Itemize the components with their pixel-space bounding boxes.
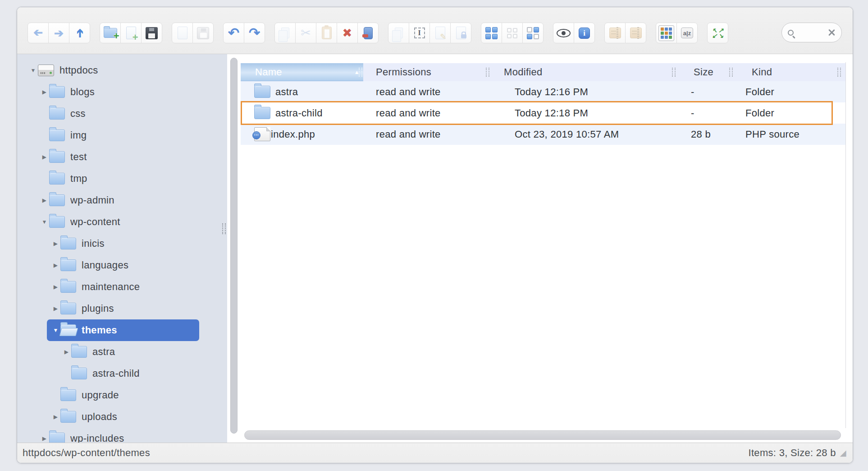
tree-item-blogs[interactable]: blogs — [17, 81, 227, 103]
caret-expanded-icon[interactable] — [51, 327, 60, 333]
caret-expanded-icon[interactable] — [28, 67, 38, 74]
caret-collapsed-icon[interactable] — [62, 349, 71, 355]
edit-button[interactable]: ✎ — [429, 23, 451, 43]
extract-archive-button[interactable] — [604, 23, 626, 43]
tree-item-inicis[interactable]: inicis — [17, 233, 227, 254]
tree-item-css[interactable]: css — [17, 103, 227, 125]
preview-button[interactable] — [553, 23, 574, 43]
column-header-size[interactable]: Size — [680, 63, 737, 81]
caret-collapsed-icon[interactable] — [51, 240, 60, 247]
tree-item-wp-includes[interactable]: wp-includes — [17, 428, 227, 443]
folder-icon — [49, 108, 65, 120]
caret-collapsed-icon[interactable] — [40, 435, 49, 442]
search-input[interactable] — [796, 28, 825, 38]
tree-item-httpdocs[interactable]: httpdocs — [17, 60, 227, 81]
copy-pages-icon — [281, 28, 289, 38]
status-bar: httpdocs/wp-content/themes Items: 3, Siz… — [17, 443, 853, 463]
tree-item-img[interactable]: img — [17, 125, 227, 146]
tree-item-themes[interactable]: themes — [47, 319, 199, 341]
file-row-index-php[interactable]: index.php read and write Oct 23, 2019 10… — [241, 124, 853, 145]
clear-icon[interactable] — [827, 28, 836, 37]
sidebar-scrollbar-track[interactable] — [227, 54, 241, 443]
permissions-button[interactable] — [450, 23, 471, 43]
info-icon: i — [579, 28, 590, 39]
folder-icon — [254, 107, 270, 119]
sidebar-scrollbar-thumb[interactable] — [230, 58, 238, 434]
paste-button[interactable] — [316, 23, 337, 43]
info-button[interactable]: i — [574, 23, 595, 43]
horizontal-scrollbar[interactable] — [244, 430, 841, 440]
upload-button[interactable] — [141, 23, 162, 43]
view-list-button[interactable] — [502, 23, 523, 43]
forward-button[interactable]: ➔ — [48, 23, 69, 43]
caret-expanded-icon[interactable] — [40, 219, 49, 225]
clipboard-icon — [322, 27, 332, 39]
folder-icon — [60, 259, 76, 271]
fullscreen-button[interactable]: ↖↗↙↘ — [707, 23, 728, 43]
column-resize-handle[interactable] — [837, 68, 841, 77]
folder-icon — [49, 151, 65, 163]
tree-item-astra-child[interactable]: astra-child — [17, 363, 227, 384]
tree-item-astra[interactable]: astra — [17, 341, 227, 363]
column-resize-handle[interactable] — [486, 68, 489, 77]
thumbnails-view-button[interactable] — [656, 23, 677, 43]
caret-collapsed-icon[interactable] — [51, 284, 60, 290]
tree-item-plugins[interactable]: plugins — [17, 298, 227, 319]
back-arrow-icon: ➔ — [33, 28, 43, 39]
file-row-astra[interactable]: astra read and write Today 12:16 PM - Fo… — [241, 81, 853, 102]
create-archive-button[interactable] — [625, 23, 646, 43]
toolbar: ➔ ➔ ➔ ↶ ↷ ✂ ✖ I ✎ — [17, 7, 853, 54]
duplicate-button[interactable] — [388, 23, 409, 43]
caret-collapsed-icon[interactable] — [40, 154, 49, 160]
column-resize-handle[interactable] — [359, 68, 362, 77]
tree-item-test[interactable]: test — [17, 146, 227, 168]
create-group — [100, 23, 162, 43]
back-button[interactable]: ➔ — [27, 23, 49, 43]
tree-item-wp-admin[interactable]: wp-admin — [17, 189, 227, 211]
folder-icon — [71, 368, 87, 379]
up-button[interactable]: ➔ — [69, 23, 90, 43]
new-folder-button[interactable] — [100, 23, 121, 43]
preview-info-group: i — [553, 23, 595, 43]
save-button[interactable] — [192, 23, 214, 43]
column-resize-handle[interactable] — [729, 68, 733, 77]
column-header-kind[interactable]: Kind — [737, 63, 845, 81]
column-header-modified[interactable]: Modified — [494, 63, 680, 81]
up-arrow-icon: ➔ — [74, 28, 85, 38]
cut-button[interactable]: ✂ — [295, 23, 316, 43]
copy-button[interactable] — [274, 23, 296, 43]
caret-collapsed-icon[interactable] — [40, 89, 49, 95]
rename-ibeam-icon: I — [414, 28, 425, 38]
tree-item-languages[interactable]: languages — [17, 254, 227, 276]
open-button[interactable] — [172, 23, 193, 43]
tree-item-tmp[interactable]: tmp — [17, 168, 227, 189]
rename-button[interactable]: I — [409, 23, 430, 43]
tree-item-maintenance[interactable]: maintenance — [17, 276, 227, 298]
column-resize-handle[interactable] — [672, 68, 676, 77]
new-file-button[interactable] — [120, 23, 142, 43]
tree-item-upgrade[interactable]: upgrade — [17, 384, 227, 406]
caret-collapsed-icon[interactable] — [51, 262, 60, 268]
column-header-name[interactable]: Name — [241, 63, 363, 81]
tree-item-wp-content[interactable]: wp-content — [17, 211, 227, 233]
column-header-permissions[interactable]: Permissions — [363, 63, 494, 81]
file-row-astra-child[interactable]: astra-child read and write Today 12:18 P… — [241, 102, 853, 124]
resize-grip-icon[interactable] — [840, 448, 846, 458]
caret-collapsed-icon[interactable] — [51, 414, 60, 420]
sidebar-resize-grip[interactable] — [222, 223, 226, 234]
tree-item-uploads[interactable]: uploads — [17, 406, 227, 428]
folder-icon — [60, 238, 76, 249]
undo-button[interactable]: ↶ — [223, 23, 244, 43]
eye-icon — [557, 29, 571, 37]
duplicate-pages-icon — [395, 28, 403, 38]
sort-az-button[interactable]: a|z — [676, 23, 698, 43]
erase-button[interactable] — [357, 23, 379, 43]
lock-icon — [461, 34, 466, 38]
delete-button[interactable]: ✖ — [337, 23, 358, 43]
view-icons-button[interactable] — [481, 23, 502, 43]
caret-collapsed-icon[interactable] — [51, 305, 60, 312]
view-mixed-button[interactable] — [522, 23, 544, 43]
redo-button[interactable]: ↷ — [244, 23, 265, 43]
caret-collapsed-icon[interactable] — [40, 197, 49, 203]
list-vertical-scrollbar-track[interactable] — [845, 62, 853, 428]
